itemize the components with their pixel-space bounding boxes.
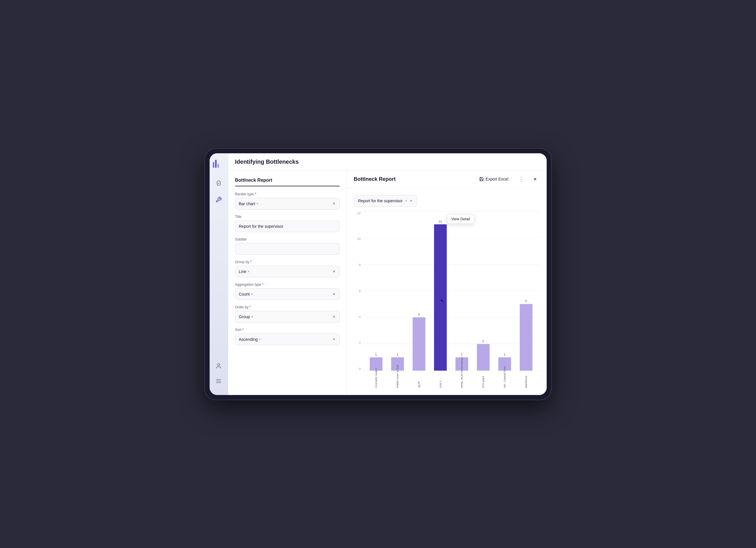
main-content: Identifying Bottlenecks Bottlneck Report… <box>228 153 547 395</box>
aggregation-label: Aggregation type * <box>235 283 340 287</box>
bar-item[interactable]: 1UB - Central Floor <box>494 211 515 371</box>
sidebar-item-brain[interactable] <box>213 178 224 189</box>
right-header: Bottlneck Report Export Excel ⋮ <box>347 171 547 188</box>
bar-label: Cosmetic sealer <box>374 372 378 388</box>
sort-arrow: ▼ <box>332 337 336 342</box>
bar-item[interactable]: 1Cosmetic sealer <box>365 211 387 371</box>
cursor-icon: ↖ <box>440 298 444 304</box>
chart-wrapper: 024681012 1Cosmetic sealer1Ft&BS Inner &… <box>354 211 540 388</box>
bar-rect[interactable] <box>520 304 532 370</box>
left-panel: Bottlneck Report Render type * Bar chart… <box>228 171 347 395</box>
bar-label: Ft&BS Inner & Sub <box>396 372 399 388</box>
export-label: Export Excel <box>486 177 508 181</box>
bar-label: Line 1 <box>439 372 442 388</box>
bar-item[interactable]: 2OTA paint <box>473 211 494 371</box>
sort-clear[interactable]: × <box>259 337 261 342</box>
bar-value-label: 1 <box>375 353 377 356</box>
panel-title: Bottlneck Report <box>235 178 340 186</box>
device-frame: Identifying Bottlenecks Bottlneck Report… <box>204 148 552 400</box>
order-by-clear[interactable]: × <box>251 315 253 319</box>
order-by-value: Group × <box>239 315 253 319</box>
subtitle-input[interactable] <box>235 243 340 255</box>
right-title: Bottlneck Report <box>354 176 471 182</box>
bar-value-label: 11 <box>438 220 442 223</box>
title-label: Title <box>235 215 340 219</box>
y-axis: 024681012 <box>354 211 363 388</box>
group-by-clear[interactable]: × <box>248 269 250 273</box>
bar-value-label: 1 <box>504 353 505 356</box>
sidebar <box>210 153 228 395</box>
sort-select[interactable]: Ascending × ▼ <box>235 334 340 345</box>
bar-label: UB - Central Floor <box>503 372 506 388</box>
group-by-label: Group by * <box>235 260 340 264</box>
bar-label: Jig fit <box>417 372 420 388</box>
bar-item[interactable]: 1MP&L NCM Performance <box>451 211 473 371</box>
order-by-arrow: ▼ <box>332 315 336 319</box>
chart-plot: 1Cosmetic sealer1Ft&BS Inner & Sub4Jig f… <box>363 211 540 388</box>
close-button[interactable] <box>530 174 540 184</box>
render-type-clear[interactable]: × <box>256 202 258 206</box>
title-input[interactable] <box>235 220 340 232</box>
sort-label: Sort * <box>235 328 340 332</box>
order-by-label: Order by * <box>235 305 340 309</box>
order-by-select[interactable]: Group × ▼ <box>235 311 340 323</box>
bar-rect[interactable] <box>477 344 490 371</box>
subtitle-group: Subtitle <box>235 237 340 255</box>
aggregation-select[interactable]: Count × ▼ <box>235 289 340 300</box>
bar-rect[interactable] <box>413 317 425 370</box>
app-title: Identifying Bottlenecks <box>235 158 299 165</box>
bar-item[interactable]: 4Jig fit <box>408 211 430 371</box>
sidebar-item-user[interactable] <box>213 361 224 371</box>
group-by-group: Group by * Line × ▼ <box>235 260 340 277</box>
right-panel: Bottlneck Report Export Excel ⋮ <box>347 171 547 395</box>
app-logo[interactable] <box>213 159 224 169</box>
group-by-select[interactable]: Line × ▼ <box>235 266 340 277</box>
chart-filter-select[interactable]: Report for the supervisor × ▼ <box>354 195 417 206</box>
sidebar-item-menu[interactable] <box>213 376 224 386</box>
top-header: Identifying Bottlenecks <box>228 153 547 171</box>
bar-item[interactable]: 5Warehous <box>515 211 537 371</box>
sort-value: Ascending × <box>239 337 261 342</box>
svg-point-1 <box>217 364 219 366</box>
bar-item[interactable]: 1Ft&BS Inner & Sub <box>387 211 408 371</box>
bar-label: MP&L NCM Performance <box>460 372 463 388</box>
bar-value-label: 4 <box>418 313 420 316</box>
aggregation-arrow: ▼ <box>332 292 336 296</box>
group-by-value: Line × <box>239 269 250 274</box>
bar-label: Warehous <box>524 372 528 388</box>
filter-label: Report for the supervisor <box>358 198 403 203</box>
more-options-button[interactable]: ⋮ <box>517 174 526 184</box>
filter-clear[interactable]: × <box>405 198 407 203</box>
render-type-select[interactable]: Bar chart × ▼ <box>235 198 340 209</box>
render-type-label: Render type * <box>235 192 340 196</box>
title-group: Title <box>235 215 340 232</box>
bar-rect[interactable] <box>434 224 447 370</box>
export-button[interactable]: Export Excel <box>476 175 512 183</box>
bar-label: OTA paint <box>482 372 485 388</box>
sort-group: Sort * Ascending × ▼ <box>235 328 340 345</box>
bar-value-label: 5 <box>525 300 527 303</box>
subtitle-label: Subtitle <box>235 237 340 241</box>
render-type-arrow: ▼ <box>332 202 336 206</box>
bar-value-label: 1 <box>396 353 398 356</box>
aggregation-value: Count × <box>239 292 253 297</box>
bar-value-label: 2 <box>482 339 484 343</box>
render-type-group: Render type * Bar chart × ▼ <box>235 192 340 209</box>
order-by-group: Order by * Group × ▼ <box>235 305 340 323</box>
filter-arrow: ▼ <box>409 199 413 202</box>
chart-area: Report for the supervisor × ▼ 024681012 <box>347 188 547 395</box>
bars-area: 1Cosmetic sealer1Ft&BS Inner & Sub4Jig f… <box>363 211 540 371</box>
render-type-value: Bar chart × <box>239 201 259 206</box>
aggregation-group: Aggregation type * Count × ▼ <box>235 283 340 300</box>
group-by-arrow: ▼ <box>332 269 336 273</box>
bar-value-label: 1 <box>461 353 462 356</box>
app-container: Identifying Bottlenecks Bottlneck Report… <box>210 153 547 395</box>
content-split: Bottlneck Report Render type * Bar chart… <box>228 171 547 395</box>
bar-item[interactable]: 11Line 1View Detail↖ <box>430 211 451 371</box>
bar-chart: 024681012 1Cosmetic sealer1Ft&BS Inner &… <box>354 211 540 388</box>
sidebar-item-tools[interactable] <box>213 194 224 205</box>
aggregation-clear[interactable]: × <box>251 292 253 296</box>
